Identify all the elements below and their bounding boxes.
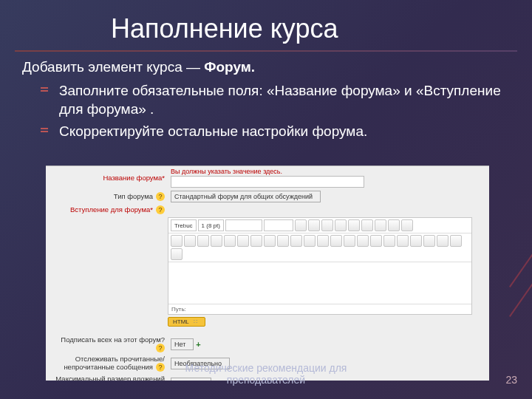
- clean-button[interactable]: [375, 219, 386, 231]
- undo-button[interactable]: [388, 219, 400, 231]
- image-button[interactable]: [383, 235, 395, 247]
- link-button[interactable]: [357, 235, 369, 247]
- title-underline: [15, 50, 517, 52]
- intro-bold: Форум.: [204, 59, 255, 75]
- ol-button[interactable]: [250, 235, 262, 247]
- bold-button[interactable]: [295, 219, 307, 231]
- forum-name-label: Название форума*: [50, 174, 171, 182]
- plus-icon[interactable]: +: [196, 340, 200, 349]
- source-button[interactable]: [450, 235, 462, 247]
- bullet-item: Заполните обязательные поля: «Название ф…: [41, 81, 510, 119]
- bullet-list: Заполните обязательные поля: «Название ф…: [0, 81, 532, 141]
- subscribe-select[interactable]: Нет: [171, 338, 194, 350]
- html-mode-badge[interactable]: HTML∷: [168, 317, 205, 327]
- ul-button[interactable]: [264, 235, 276, 247]
- bgcolor-button[interactable]: [317, 235, 329, 247]
- emoji-button[interactable]: [410, 235, 422, 247]
- form-row-type: Тип форума? Стандартный форум для общих …: [46, 189, 489, 204]
- fontcolor-button[interactable]: [304, 235, 316, 247]
- forum-name-input[interactable]: [171, 176, 364, 188]
- page-number: 23: [505, 374, 517, 386]
- font-family-select[interactable]: Trebuc: [171, 219, 197, 231]
- help-icon[interactable]: ?: [156, 205, 165, 214]
- italic-button[interactable]: [308, 219, 320, 231]
- help-icon[interactable]: ?: [156, 192, 165, 201]
- char-button[interactable]: [423, 235, 435, 247]
- form-row-subscribe: Подписать всех на этот форум?? Нет +: [46, 334, 489, 354]
- embedded-form-screenshot: Название форума* Вы должны указать значе…: [46, 166, 489, 381]
- align-justify-button[interactable]: [211, 235, 222, 247]
- paragraph-select[interactable]: [225, 219, 262, 231]
- editor-toolbar-1: Trebuc 1 (8 pt): [168, 218, 471, 233]
- font-size-select[interactable]: 1 (8 pt): [198, 219, 224, 231]
- rtl-button[interactable]: [237, 235, 249, 247]
- rich-text-editor: Trebuc 1 (8 pt): [168, 217, 472, 315]
- subscribe-label: Подписать всех на этот форум??: [50, 335, 171, 352]
- outdent-button[interactable]: [277, 235, 289, 247]
- sup-button[interactable]: [361, 219, 373, 231]
- align-left-button[interactable]: [171, 235, 183, 247]
- help-icon[interactable]: ?: [156, 344, 165, 352]
- decorative-lines: [491, 244, 532, 332]
- find-button[interactable]: [437, 235, 449, 247]
- forum-type-label: Тип форума?: [50, 192, 171, 201]
- strike-button[interactable]: [335, 219, 347, 231]
- unlink-button[interactable]: [370, 235, 382, 247]
- align-center-button[interactable]: [184, 235, 196, 247]
- forum-intro-label: Вступление для форума*?: [50, 205, 171, 214]
- table-button[interactable]: [397, 235, 409, 247]
- sub-button[interactable]: [348, 219, 360, 231]
- forum-type-select[interactable]: Стандартный форум для общих обсуждений: [171, 191, 321, 202]
- editor-textarea[interactable]: [168, 262, 471, 304]
- ltr-button[interactable]: [224, 235, 236, 247]
- editor-path: Путь:: [168, 304, 471, 314]
- indent-button[interactable]: [290, 235, 302, 247]
- align-right-button[interactable]: [197, 235, 209, 247]
- slide-footer: Методические рекомендации для преподават…: [0, 362, 532, 386]
- intro-pre: Добавить элемент курса —: [22, 59, 204, 75]
- intro-text: Добавить элемент курса — Форум.: [0, 58, 532, 81]
- lang-select[interactable]: [264, 219, 293, 231]
- required-hint: Вы должны указать значение здесь.: [171, 168, 364, 175]
- fullscreen-button[interactable]: [171, 248, 183, 260]
- slide-title: Наполнение курса: [0, 0, 532, 44]
- anchor-button[interactable]: [344, 235, 355, 247]
- resize-dots-icon: ∷: [189, 318, 200, 325]
- redo-button[interactable]: [401, 219, 413, 231]
- form-row-name: Название форума* Вы должны указать значе…: [46, 166, 489, 189]
- form-row-intro: Вступление для форума*?: [46, 204, 489, 216]
- hr-button[interactable]: [330, 235, 342, 247]
- slide: Наполнение курса Добавить элемент курса …: [0, 0, 532, 399]
- underline-button[interactable]: [321, 219, 333, 231]
- editor-toolbar-2: [168, 233, 471, 262]
- bullet-item: Скорректируйте остальные настройки форум…: [41, 122, 510, 141]
